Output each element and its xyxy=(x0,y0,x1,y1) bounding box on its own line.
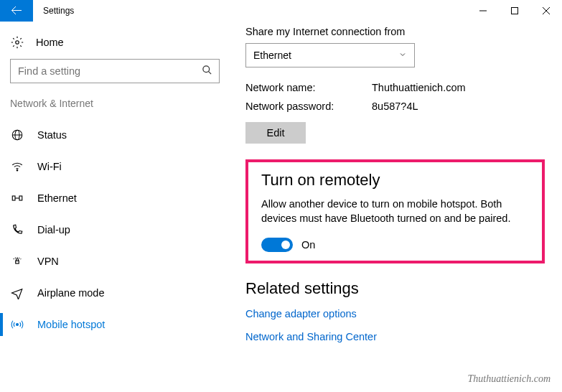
remote-toggle[interactable] xyxy=(261,238,293,252)
turn-on-remotely-section: Turn on remotely Allow another device to… xyxy=(245,159,545,263)
chevron-down-icon xyxy=(398,50,407,61)
sidebar-item-label: Mobile hotspot xyxy=(37,319,105,330)
svg-point-4 xyxy=(16,41,19,45)
svg-point-10 xyxy=(17,170,18,172)
remote-heading: Turn on remotely xyxy=(261,171,529,190)
sidebar-item-ethernet[interactable]: Ethernet xyxy=(0,182,230,214)
remote-description: Allow another device to turn on mobile h… xyxy=(261,197,529,226)
back-button[interactable]: 🡠 xyxy=(0,0,33,22)
search-icon xyxy=(202,65,212,78)
network-name-label: Network name: xyxy=(245,82,372,93)
maximize-button[interactable] xyxy=(499,0,530,22)
search-box[interactable] xyxy=(10,59,220,83)
related-heading: Related settings xyxy=(245,279,545,298)
sidebar-item-label: VPN xyxy=(37,256,59,267)
link-change-adapter[interactable]: Change adapter options xyxy=(245,308,545,319)
network-name-value: Thuthuattienich.com xyxy=(372,82,466,93)
window-title: Settings xyxy=(33,0,84,22)
sidebar-item-label: Dial-up xyxy=(37,224,70,235)
arrow-left-icon: 🡠 xyxy=(11,4,22,17)
svg-point-15 xyxy=(17,324,19,326)
sidebar-item-hotspot[interactable]: Mobile hotspot xyxy=(0,309,230,340)
globe-icon xyxy=(10,129,24,141)
sidebar-item-dialup[interactable]: Dial-up xyxy=(0,214,230,246)
svg-rect-11 xyxy=(12,196,15,200)
close-icon xyxy=(543,7,550,14)
svg-rect-1 xyxy=(512,8,518,14)
wifi-icon xyxy=(10,160,24,173)
sidebar-item-label: Wi-Fi xyxy=(37,161,62,172)
airplane-icon xyxy=(10,286,24,299)
sidebar-item-wifi[interactable]: Wi-Fi xyxy=(0,151,230,182)
adapter-select[interactable]: Ethernet xyxy=(245,43,415,67)
sidebar-item-status[interactable]: Status xyxy=(0,119,230,151)
home-button[interactable]: Home xyxy=(0,29,230,56)
share-from-label: Share my Internet connection from xyxy=(245,26,545,37)
network-password-value: 8u587?4L xyxy=(372,101,418,112)
main-content: Share my Internet connection from Ethern… xyxy=(230,22,562,392)
adapter-selected-value: Ethernet xyxy=(253,50,291,61)
search-input[interactable] xyxy=(10,59,220,83)
svg-point-5 xyxy=(203,66,210,73)
svg-line-6 xyxy=(208,71,211,74)
sidebar-item-vpn[interactable]: VPN xyxy=(0,246,230,277)
network-password-label: Network password: xyxy=(245,101,372,112)
svg-rect-14 xyxy=(16,261,19,263)
watermark: Thuthuattienich.com xyxy=(468,373,551,385)
minimize-button[interactable] xyxy=(467,0,499,22)
maximize-icon xyxy=(511,7,518,14)
sidebar-item-label: Airplane mode xyxy=(37,287,105,299)
ethernet-icon xyxy=(10,192,24,205)
gear-icon xyxy=(10,36,24,49)
toggle-knob xyxy=(281,241,290,249)
category-header: Network & Internet xyxy=(0,90,230,119)
sidebar-item-label: Ethernet xyxy=(37,192,77,204)
home-label: Home xyxy=(36,37,64,48)
hotspot-icon xyxy=(10,318,24,331)
close-button[interactable] xyxy=(530,0,562,22)
minimize-icon xyxy=(479,7,487,14)
sidebar-item-airplane[interactable]: Airplane mode xyxy=(0,277,230,309)
edit-button[interactable]: Edit xyxy=(245,122,306,144)
svg-rect-12 xyxy=(19,196,22,200)
sidebar: Home Network & Internet Status Wi-Fi xyxy=(0,22,230,392)
remote-toggle-state: On xyxy=(301,239,315,251)
titlebar-drag-area[interactable] xyxy=(84,0,467,22)
link-network-sharing[interactable]: Network and Sharing Center xyxy=(245,331,545,342)
vpn-icon xyxy=(10,255,24,268)
sidebar-item-label: Status xyxy=(37,129,67,141)
phone-icon xyxy=(10,223,24,236)
